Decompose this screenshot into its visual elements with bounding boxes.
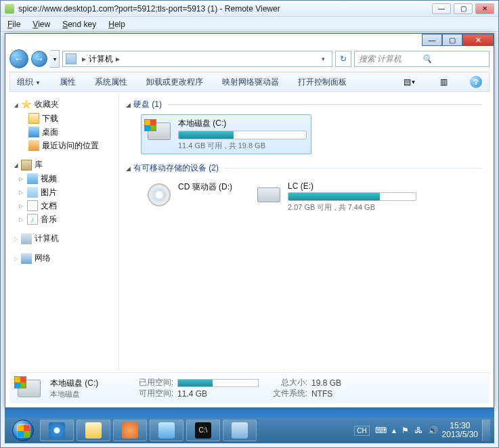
outer-menu-bar: FFileile View Send key Help [1,17,498,32]
taskbar-ie[interactable] [40,420,74,441]
nav-history-dropdown[interactable]: ▾ [50,50,60,68]
show-desktop-button[interactable] [482,420,490,441]
ie-icon [49,422,65,439]
downloads-icon [28,113,39,124]
sidebar-item-recent[interactable]: 最近访问的位置 [9,139,118,152]
menu-help[interactable]: Help [108,20,125,29]
inner-maximize-button[interactable]: ▢ [442,34,462,46]
capacity-bar [288,192,416,201]
sidebar-item-videos[interactable]: ▷视频 [9,172,118,185]
taskbar-media-player[interactable] [113,420,147,441]
chevron-right-icon[interactable]: ▸ [79,54,89,64]
taskbar-cmd[interactable]: C:\ [186,420,220,441]
taskbar-device[interactable] [223,420,257,441]
ime-indicator[interactable]: CH [354,426,369,436]
map-network-drive-button[interactable]: 映射网络驱动器 [222,76,279,88]
drive-e[interactable]: LC (E:) 2.07 GB 可用 , 共 7.44 GB [251,178,421,216]
refresh-button[interactable]: ↻ [335,51,351,67]
taskbar-explorer[interactable] [77,420,110,441]
documents-icon [27,200,38,211]
command-bar: 组织▼ 属性 系统属性 卸载或更改程序 映射网络驱动器 打开控制面板 ▤▼ ▥ … [9,72,490,92]
explorer-icon [85,422,102,439]
breadcrumb-label[interactable]: 计算机 [89,53,113,65]
system-properties-button[interactable]: 系统属性 [95,76,127,88]
used-space-bar [177,379,259,387]
sidebar-item-downloads[interactable]: 下载 [9,112,118,125]
sidebar-item-desktop[interactable]: 桌面 [9,125,118,139]
details-name: 本地磁盘 (C:) [50,378,125,389]
forward-button[interactable]: → [31,51,47,67]
tray-expand-icon[interactable]: ▴ [392,426,396,435]
computer-icon [21,233,32,244]
volume-icon[interactable]: 🔊 [428,426,438,435]
explorer-window: — ▢ ✕ ← → ▾ ▸ 计算机 ▸ ▾ ↻ 搜索 计算机 � [5,33,494,408]
clock[interactable]: 15:30 2013/5/30 [442,422,478,439]
details-type: 本地磁盘 [50,389,125,399]
uninstall-programs-button[interactable]: 卸载或更改程序 [146,76,203,88]
search-box[interactable]: 搜索 计算机 🔍 [354,51,490,67]
drive-free-text: 2.07 GB 可用 , 共 7.44 GB [288,202,416,212]
section-removable[interactable]: ◢有可移动存储的设备 (2) [126,162,483,174]
details-pane: 本地磁盘 (C:) 本地磁盘 已用空间: 可用空间:11.4 GB 总大小:19… [9,372,490,403]
section-hard-drives[interactable]: ◢硬盘 (1) [126,99,483,110]
organize-button[interactable]: 组织▼ [17,76,41,88]
maximize-button[interactable]: ▢ [454,3,473,14]
desktop-icon [28,127,39,137]
breadcrumb[interactable]: ▸ 计算机 ▸ ▾ [62,51,332,67]
device-icon [232,422,248,439]
windows-orb-icon [12,420,34,441]
explorer-body: ◢收藏夹 下载 桌面 最近访问的位置 ◢库 ▷视频 ▷图片 ▷文档 ▷音乐 ▷计… [9,93,490,371]
close-button[interactable]: ✕ [475,3,494,14]
preview-pane-button[interactable]: ▥ [436,75,451,89]
inner-minimize-button[interactable]: — [422,34,442,46]
drive-label: CD 驱动器 (D:) [178,181,232,193]
search-placeholder: 搜索 计算机 [359,53,422,65]
start-button[interactable] [9,418,37,443]
drive-c[interactable]: 本地磁盘 (C:) 11.4 GB 可用 , 共 19.8 GB [141,114,311,154]
sidebar-libraries[interactable]: ◢库 [9,158,118,172]
media-player-icon [122,422,138,439]
action-center-icon[interactable]: ⚑ [402,426,409,435]
properties-button[interactable]: 属性 [60,76,76,88]
system-tray: CH ⌨ ▴ ⚑ 🖧 🔊 [354,426,437,436]
outer-title-bar[interactable]: spice://www.desktop1.com?port=5912;tls-p… [1,1,498,17]
sidebar-network[interactable]: ▷网络 [9,251,118,265]
search-icon[interactable]: 🔍 [422,54,485,64]
cd-icon [148,183,171,206]
remote-desktop: — ▢ ✕ ← → ▾ ▸ 计算机 ▸ ▾ ↻ 搜索 计算机 � [5,33,494,443]
remote-viewer-window: spice://www.desktop1.com?port=5912;tls-p… [0,0,499,448]
drive-label: LC (E:) [288,181,416,191]
network-icon[interactable]: 🖧 [414,426,422,435]
chevron-right-icon[interactable]: ▸ [113,54,123,64]
network-icon [21,253,32,264]
drive-d[interactable]: CD 驱动器 (D:) [141,178,237,216]
menu-view[interactable]: View [32,20,50,29]
back-button[interactable]: ← [9,49,28,68]
app-icon [5,4,14,14]
pictures-icon [27,187,38,198]
help-button[interactable]: ? [470,76,482,88]
sidebar-item-pictures[interactable]: ▷图片 [9,185,118,199]
menu-file[interactable]: FFileile [7,20,20,29]
view-mode-button[interactable]: ▤▼ [402,75,417,89]
drive-free-text: 11.4 GB 可用 , 共 19.8 GB [178,141,307,151]
music-icon [27,214,38,225]
breadcrumb-dropdown[interactable]: ▾ [318,55,329,62]
navigation-pane: ◢收藏夹 下载 桌面 最近访问的位置 ◢库 ▷视频 ▷图片 ▷文档 ▷音乐 ▷计… [9,93,119,371]
sidebar-favorites[interactable]: ◢收藏夹 [9,97,118,112]
ime-mode-icon[interactable]: ⌨ [375,426,387,435]
capacity-bar [178,131,307,139]
recent-icon [28,140,39,151]
cmd-icon: C:\ [195,422,211,439]
sidebar-item-documents[interactable]: ▷文档 [9,199,118,212]
inner-close-button[interactable]: ✕ [462,34,494,46]
drive-label: 本地磁盘 (C:) [178,118,307,129]
sidebar-item-music[interactable]: ▷音乐 [9,212,118,226]
sidebar-computer[interactable]: ▷计算机 [9,231,118,246]
minimize-button[interactable]: — [432,3,451,14]
window-icon [158,422,175,439]
library-icon [21,160,32,171]
taskbar-window[interactable] [150,420,183,441]
menu-sendkey[interactable]: Send key [62,20,96,29]
open-control-panel-button[interactable]: 打开控制面板 [298,76,347,88]
